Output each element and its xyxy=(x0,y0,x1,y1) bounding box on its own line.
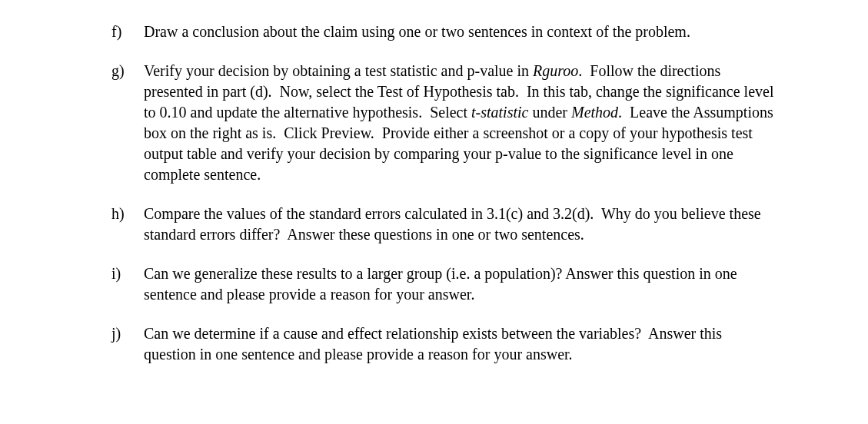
list-item: h) Compare the values of the standard er… xyxy=(111,204,776,245)
item-marker: f) xyxy=(111,22,144,42)
list-item: j) Can we determine if a cause and effec… xyxy=(111,323,776,365)
item-marker: i) xyxy=(111,263,144,305)
document-page: f) Draw a conclusion about the claim usi… xyxy=(0,0,868,365)
item-content: Draw a conclusion about the claim using … xyxy=(144,22,776,42)
item-content: Can we generalize these results to a lar… xyxy=(144,263,776,305)
item-marker: h) xyxy=(111,204,144,245)
list-item: g) Verify your decision by obtaining a t… xyxy=(111,61,776,185)
list-item: f) Draw a conclusion about the claim usi… xyxy=(111,22,776,42)
list-item: i) Can we generalize these results to a … xyxy=(111,263,776,305)
item-marker: g) xyxy=(111,61,144,185)
item-content: Compare the values of the standard error… xyxy=(144,204,776,245)
item-content: Can we determine if a cause and effect r… xyxy=(144,323,776,365)
item-content: Verify your decision by obtaining a test… xyxy=(144,61,776,185)
item-marker: j) xyxy=(111,323,144,365)
